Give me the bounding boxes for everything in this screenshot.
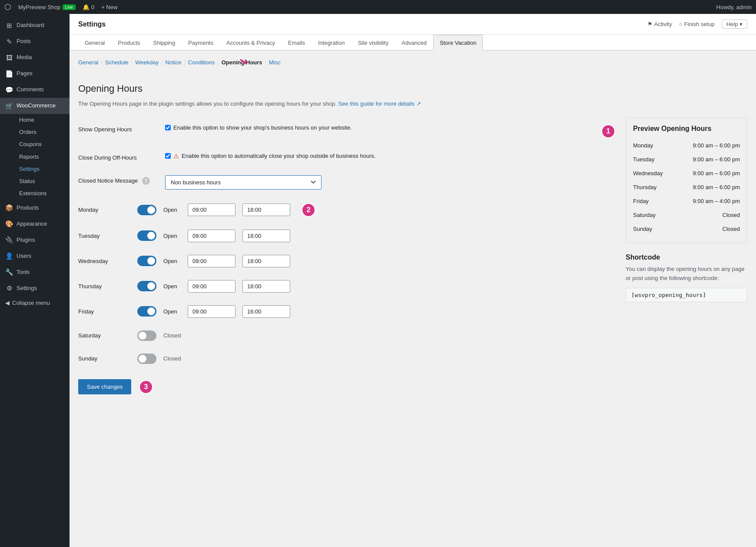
shortcode-code[interactable]: [wsvpro_opening_hours]	[626, 288, 747, 302]
tab-store-vacation[interactable]: Store Vacation	[433, 35, 483, 50]
sidebar-item-settings[interactable]: Settings	[14, 163, 70, 175]
sub-tab-general[interactable]: General	[78, 59, 98, 66]
sidebar-item-orders[interactable]: Orders	[14, 126, 70, 138]
sidebar-item-label: Settings	[17, 284, 37, 292]
toggle-saturday[interactable]	[137, 330, 156, 341]
tab-shipping[interactable]: Shipping	[147, 35, 182, 50]
sidebar-item-label: Media	[17, 53, 32, 61]
page-title: Settings	[78, 20, 106, 28]
closed-notice-select[interactable]: Non business hours We are closed Custom …	[165, 175, 322, 190]
help-icon[interactable]: ?	[142, 177, 150, 185]
sidebar-item-posts[interactable]: ✎ Posts	[0, 33, 70, 50]
sub-tab-conditions[interactable]: Conditions	[188, 59, 215, 66]
tab-site-visibility[interactable]: Site visibility	[351, 35, 395, 50]
tab-advanced[interactable]: Advanced	[395, 35, 433, 50]
show-opening-hours-row: Show Opening Hours Enable this option to…	[78, 117, 615, 146]
end-time-monday[interactable]	[242, 203, 290, 216]
sidebar-item-settings-main[interactable]: ⚙ Settings	[0, 280, 70, 296]
collapse-menu-button[interactable]: ◀ Collapse menu	[0, 296, 70, 310]
media-icon: 🖼	[5, 53, 13, 62]
tab-emails[interactable]: Emails	[282, 35, 312, 50]
show-opening-hours-checkbox-label[interactable]: Enable this option to show your shop's b…	[165, 124, 597, 131]
shortcode-panel: Shortcode You can display the opening ho…	[626, 252, 747, 304]
open-label-thursday: Open	[163, 283, 181, 290]
sidebar-item-tools[interactable]: 🔧 Tools	[0, 264, 70, 280]
preview-row-sunday: SundayClosed	[633, 222, 740, 236]
wp-logo-icon[interactable]: ⬡	[4, 2, 11, 12]
start-time-wednesday[interactable]	[188, 255, 235, 267]
end-time-thursday[interactable]	[242, 280, 290, 293]
site-name-link[interactable]: MyPreview Shop Live	[18, 4, 76, 10]
tab-accounts[interactable]: Accounts & Privacy	[220, 35, 282, 50]
sub-tab-schedule[interactable]: Schedule	[105, 59, 129, 66]
day-row-friday: FridayOpen	[78, 299, 615, 324]
sub-tab-misc[interactable]: Misc	[269, 59, 281, 66]
tab-general[interactable]: General	[78, 35, 111, 50]
sidebar-item-dashboard[interactable]: ⊞ Dashboard	[0, 17, 70, 33]
sidebar-item-plugins[interactable]: 🔌 Plugins	[0, 232, 70, 248]
howdy-text: Howdy, admin	[716, 4, 752, 10]
save-button[interactable]: Save changes	[78, 379, 131, 394]
tab-payments[interactable]: Payments	[182, 35, 220, 50]
show-opening-hours-label: Show Opening Hours	[78, 124, 165, 133]
toggle-wednesday[interactable]	[137, 256, 156, 266]
toggle-friday[interactable]	[137, 306, 156, 317]
preview-hours-value: 9:00 am – 6:00 pm	[693, 170, 740, 177]
close-off-hours-checkbox-label[interactable]: ⚠ Enable this option to automatically cl…	[165, 153, 615, 160]
finish-setup-button[interactable]: ○ Finish setup	[679, 21, 715, 27]
end-time-tuesday[interactable]	[242, 230, 290, 242]
close-off-hours-row: Close During Off-Hours ⚠ Enable this opt…	[78, 146, 615, 168]
sub-nav-wrapper: General | Schedule | Weekday | Notice | …	[78, 59, 747, 74]
toggle-tuesday[interactable]	[137, 230, 156, 241]
sub-tab-notice[interactable]: Notice	[166, 59, 182, 66]
flag-icon: ⚑	[647, 21, 653, 27]
sidebar-item-status[interactable]: Status	[14, 175, 70, 187]
toggle-thursday[interactable]	[137, 281, 156, 291]
close-off-hours-checkbox[interactable]	[165, 153, 171, 159]
sidebar-item-label: Posts	[17, 37, 31, 45]
sidebar-item-appearance[interactable]: 🎨 Appearance	[0, 216, 70, 232]
day-row-saturday: SaturdayClosed	[78, 324, 615, 347]
help-button[interactable]: Help ▾	[722, 20, 747, 29]
start-time-tuesday[interactable]	[188, 230, 235, 242]
toggle-sunday[interactable]	[137, 354, 156, 364]
sub-tab-weekday[interactable]: Weekday	[135, 59, 159, 66]
end-time-wednesday[interactable]	[242, 255, 290, 267]
sidebar-item-media[interactable]: 🖼 Media	[0, 50, 70, 66]
sidebar-item-coupons[interactable]: Coupons	[14, 138, 70, 150]
sidebar-item-pages[interactable]: 📄 Pages	[0, 66, 70, 82]
tab-integration[interactable]: Integration	[312, 35, 351, 50]
activity-button[interactable]: ⚑ Activity	[647, 21, 672, 27]
tab-products[interactable]: Products	[111, 35, 146, 50]
sidebar-item-home[interactable]: Home	[14, 114, 70, 126]
guide-link[interactable]: See this guide for more details ↗	[338, 100, 421, 107]
show-opening-hours-checkbox[interactable]	[165, 125, 171, 130]
closed-notice-label: Closed Notice Message ?	[78, 175, 165, 185]
sidebar-item-reports[interactable]: Reports	[14, 151, 70, 163]
tools-icon: 🔧	[5, 267, 13, 277]
comments-icon: 💬	[5, 85, 13, 94]
sub-tab-opening-hours[interactable]: Opening Hours	[222, 59, 262, 66]
start-time-monday[interactable]	[188, 203, 235, 216]
preview-rows: Monday9:00 am – 6:00 pmTuesday9:00 am – …	[633, 139, 740, 236]
sidebar-item-label: Pages	[17, 70, 33, 77]
sidebar: ⊞ Dashboard ✎ Posts 🖼 Media 📄 Pages 💬 Co…	[0, 14, 70, 547]
start-time-thursday[interactable]	[188, 280, 235, 293]
sidebar-item-users[interactable]: 👤 Users	[0, 248, 70, 264]
sidebar-item-comments[interactable]: 💬 Comments	[0, 82, 70, 98]
sidebar-item-extensions[interactable]: Extensions	[14, 187, 70, 200]
start-time-friday[interactable]	[188, 305, 235, 318]
preview-hours-value: 9:00 am – 6:00 pm	[693, 156, 740, 163]
preview-hours-value: 9:00 am – 6:00 pm	[693, 142, 740, 149]
woocommerce-submenu: Home Orders Coupons Reports Settings Sta…	[0, 114, 70, 200]
sidebar-item-label: Products	[17, 204, 39, 212]
end-time-friday[interactable]	[242, 305, 290, 318]
sidebar-item-label: Plugins	[17, 236, 35, 244]
notifications-icon[interactable]: 🔔 0	[83, 4, 94, 10]
new-content-button[interactable]: + New	[101, 4, 117, 10]
sidebar-item-products[interactable]: 📦 Products	[0, 200, 70, 216]
toggle-monday[interactable]	[137, 205, 156, 215]
sidebar-item-woocommerce[interactable]: 🛒 WooCommerce	[0, 98, 70, 114]
open-label-friday: Open	[163, 308, 181, 315]
content-area: Show Opening Hours Enable this option to…	[78, 117, 747, 394]
